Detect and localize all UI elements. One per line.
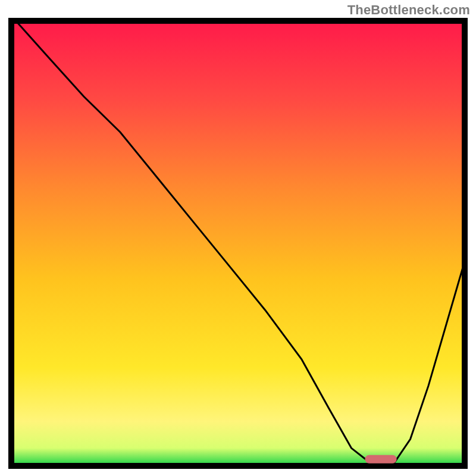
plot-background xyxy=(11,21,465,466)
watermark-text: TheBottleneck.com xyxy=(347,2,470,18)
chart-svg xyxy=(8,18,468,470)
optimal-marker xyxy=(365,455,396,464)
